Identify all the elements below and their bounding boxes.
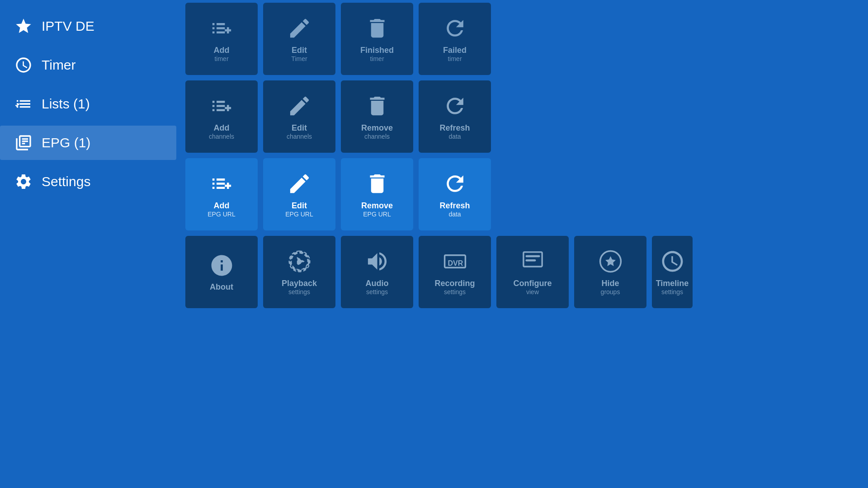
tile-ch-remove[interactable]: Remove channels — [341, 80, 413, 153]
tile-label-sub: settings — [366, 288, 388, 296]
sidebar: IPTV DE Timer Lists (1) EPG (1) Settings — [0, 0, 176, 488]
svg-rect-5 — [523, 252, 542, 267]
audio-icon — [363, 248, 391, 275]
tile-ch-refresh[interactable]: Refresh data — [419, 80, 491, 153]
sidebar-item-timer[interactable]: Timer — [0, 48, 176, 82]
configure-icon — [519, 248, 546, 275]
add-list-icon — [208, 93, 235, 120]
tile-label-sub: groups — [601, 288, 620, 296]
tile-label-main: Timeline — [656, 279, 689, 289]
tile-label-sub: settings — [288, 288, 310, 296]
sidebar-label-settings: Settings — [42, 174, 90, 189]
epg-icon — [14, 133, 33, 153]
tile-timer-failed[interactable]: Failed timer — [419, 3, 491, 75]
star-circle-icon — [597, 248, 624, 275]
tile-recording[interactable]: DVR Recording settings — [419, 236, 491, 308]
sidebar-item-epg[interactable]: EPG (1) — [0, 126, 176, 160]
sidebar-label-epg: EPG (1) — [42, 135, 90, 150]
sidebar-item-settings[interactable]: Settings — [0, 164, 176, 199]
row-channels: Add channels Edit channels Remove channe… — [185, 80, 859, 153]
tile-label-main: Remove — [361, 201, 393, 211]
tile-label-main: Failed — [443, 46, 467, 56]
tile-label-sub: EPG URL — [208, 211, 235, 218]
tile-audio[interactable]: Audio settings — [341, 236, 413, 308]
tile-label-sub: settings — [661, 288, 683, 296]
tile-label-main: Add — [214, 201, 230, 211]
tile-label-main: Refresh — [439, 123, 470, 133]
tile-label-main: Playback — [282, 279, 317, 289]
tile-label-main: Add — [214, 46, 230, 56]
dvr-icon: DVR — [441, 248, 468, 275]
timeline-icon — [659, 248, 686, 275]
tile-label-main: Configure — [514, 279, 552, 289]
tile-hide-groups[interactable]: Hide groups — [574, 236, 646, 308]
svg-rect-6 — [525, 255, 540, 258]
add-list-icon — [208, 170, 235, 197]
tile-label-sub: EPG URL — [363, 211, 391, 218]
tile-label-sub: channels — [364, 133, 390, 141]
refresh-icon — [441, 170, 468, 197]
tile-timeline[interactable]: Timeline settings — [652, 236, 693, 308]
clock-icon — [14, 55, 33, 75]
refresh-icon — [441, 93, 468, 120]
tile-label-sub: settings — [444, 288, 466, 296]
tile-playback[interactable]: Playback settings — [263, 236, 335, 308]
tile-timer-add[interactable]: Add timer — [185, 3, 258, 75]
tile-epg-add[interactable]: Add EPG URL — [185, 158, 258, 230]
svg-rect-7 — [525, 259, 536, 262]
edit-icon — [286, 170, 313, 197]
gear-icon — [14, 172, 33, 192]
tile-label-main: Hide — [601, 279, 619, 289]
tile-label-sub: data — [448, 211, 461, 218]
sidebar-item-iptv[interactable]: IPTV DE — [0, 9, 176, 43]
lists-icon — [14, 94, 33, 114]
tile-timer-finished[interactable]: Finished timer — [341, 3, 413, 75]
tile-label-sub: channels — [287, 133, 312, 141]
sidebar-label-timer: Timer — [42, 57, 76, 73]
delete-list-icon — [363, 93, 391, 120]
tile-label-sub: EPG URL — [285, 211, 313, 218]
tile-timer-edit[interactable]: Edit Timer — [263, 3, 335, 75]
tile-epg-refresh[interactable]: Refresh data — [419, 158, 491, 230]
main-content: Add timer Edit Timer Finished timer Fail… — [176, 0, 868, 488]
tile-label-main: About — [210, 282, 233, 292]
tile-configure[interactable]: Configure view — [496, 236, 569, 308]
tile-label-sub: data — [448, 133, 461, 141]
tile-label-sub: Timer — [291, 55, 307, 63]
tile-label-main: Refresh — [439, 201, 470, 211]
row-epg: Add EPG URL Edit EPG URL Remove EPG URL … — [185, 158, 859, 230]
edit-icon — [286, 15, 313, 42]
add-list-icon — [208, 15, 235, 42]
tile-label-main: Edit — [292, 201, 307, 211]
delete-list-icon — [363, 15, 391, 42]
tile-label-main: Edit — [292, 46, 307, 56]
tile-label-main: Remove — [361, 123, 393, 133]
tile-epg-edit[interactable]: Edit EPG URL — [263, 158, 335, 230]
tile-label-main: Recording — [434, 279, 475, 289]
tile-label-main: Edit — [292, 123, 307, 133]
sidebar-label-lists: Lists (1) — [42, 96, 90, 112]
info-icon — [208, 252, 235, 279]
row-timers-partial: Add timer Edit Timer Finished timer Fail… — [185, 3, 859, 75]
tile-label-sub: view — [526, 288, 539, 296]
refresh-icon — [441, 15, 468, 42]
tile-label-main: Audio — [366, 279, 389, 289]
tile-label-main: Finished — [360, 46, 394, 56]
tile-label-sub: channels — [209, 133, 234, 141]
row-settings: About Playback settings Audio settings D… — [185, 236, 859, 308]
play-circle-icon — [286, 248, 313, 275]
tile-label-main: Add — [214, 123, 230, 133]
sidebar-label-iptv: IPTV DE — [42, 19, 94, 34]
tile-epg-remove[interactable]: Remove EPG URL — [341, 158, 413, 230]
delete-list-icon — [363, 170, 391, 197]
svg-text:DVR: DVR — [448, 259, 463, 267]
edit-icon — [286, 93, 313, 120]
sidebar-item-lists[interactable]: Lists (1) — [0, 87, 176, 121]
tile-label-sub: timer — [448, 55, 462, 63]
star-icon — [14, 16, 33, 36]
tile-ch-add[interactable]: Add channels — [185, 80, 258, 153]
tile-about[interactable]: About — [185, 236, 258, 308]
tile-label-sub: timer — [370, 55, 384, 63]
tile-label-sub: timer — [214, 55, 228, 63]
tile-ch-edit[interactable]: Edit channels — [263, 80, 335, 153]
